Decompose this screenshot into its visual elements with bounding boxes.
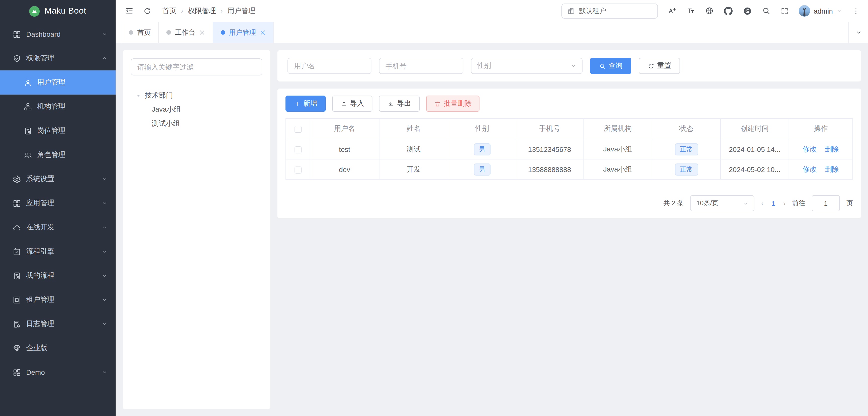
app-title: Maku Boot	[44, 6, 86, 16]
breadcrumb-permissions[interactable]: 权限管理	[188, 6, 216, 16]
next-page-button[interactable]: ›	[783, 199, 785, 207]
tab-dropdown-button[interactable]	[848, 22, 868, 43]
chevron-down-icon	[101, 224, 107, 230]
batch-delete-button[interactable]: 批量删除	[426, 96, 479, 112]
sidebar-item-role-management[interactable]: 角色管理	[0, 143, 116, 167]
user-menu[interactable]: admin	[799, 5, 842, 17]
goto-page-input[interactable]	[812, 195, 840, 211]
more-options-icon[interactable]	[852, 7, 860, 15]
sidebar-item-app-management[interactable]: 应用管理	[0, 191, 116, 215]
tab-workbench[interactable]: 工作台	[159, 22, 213, 43]
sidebar-item-demo[interactable]: Demo	[0, 360, 116, 384]
import-button[interactable]: 导入	[332, 96, 372, 112]
col-gender: 性别	[448, 118, 516, 139]
sidebar-item-org-management[interactable]: 机构管理	[0, 95, 116, 119]
globe-icon[interactable]	[705, 6, 714, 15]
sidebar-item-tenant-management[interactable]: 租户管理	[0, 288, 116, 312]
fullscreen-icon[interactable]	[780, 7, 788, 15]
sidebar-item-online-dev[interactable]: 在线开发	[0, 215, 116, 239]
download-icon	[388, 100, 394, 107]
tenant-select[interactable]: 默认租户	[561, 3, 658, 18]
status-badge: 正常	[675, 163, 698, 175]
page-content: 技术部门 Java小组 测试小组 性别	[116, 43, 868, 416]
username-field[interactable]	[287, 58, 371, 74]
chevron-down-icon	[101, 321, 107, 327]
collapse-sidebar-icon[interactable]	[122, 4, 136, 18]
search-icon	[599, 63, 606, 69]
close-icon[interactable]	[199, 30, 205, 35]
breadcrumb-home[interactable]: 首页	[162, 6, 177, 16]
pager: ‹ 1 ›	[761, 199, 785, 207]
total-count: 共 2 条	[663, 199, 684, 208]
font-size-icon[interactable]	[687, 6, 695, 15]
chevron-down-icon	[101, 273, 107, 279]
reset-button[interactable]: 重置	[639, 58, 680, 74]
plus-icon	[294, 100, 300, 107]
edit-link[interactable]: 修改	[803, 145, 817, 153]
tree-node-test-group[interactable]: 测试小组	[131, 117, 262, 131]
doc-check-icon	[12, 320, 21, 328]
clipboard-check-icon	[12, 247, 21, 256]
add-button[interactable]: 新增	[285, 96, 326, 112]
sidebar-item-user-management[interactable]: 用户管理	[0, 70, 116, 95]
trash-icon	[434, 100, 440, 107]
delete-link[interactable]: 删除	[825, 145, 839, 153]
chevron-up-icon	[101, 55, 107, 61]
tab-dot	[129, 30, 133, 35]
gender-badge: 男	[474, 163, 490, 175]
tab-home[interactable]: 首页	[121, 22, 159, 43]
export-button[interactable]: 导出	[379, 96, 420, 112]
app-logo[interactable]: Maku Boot	[0, 0, 116, 22]
close-icon[interactable]	[260, 30, 266, 35]
table-header-row: 用户名 姓名 性别 手机号 所属机构 状态 创建时间 操作	[286, 118, 853, 139]
breadcrumb-separator: ›	[220, 6, 223, 14]
row-checkbox[interactable]	[294, 166, 301, 173]
mobile-field[interactable]	[379, 58, 463, 74]
search-button[interactable]: 查询	[590, 58, 631, 74]
gitee-icon[interactable]	[743, 6, 752, 16]
page-size-select[interactable]: 10条/页	[690, 195, 755, 211]
cloud-icon	[12, 223, 21, 232]
sidebar-item-system-settings[interactable]: 系统设置	[0, 167, 116, 191]
col-created: 创建时间	[720, 118, 789, 139]
sidebar-item-dashboard[interactable]: Dashboard	[0, 22, 116, 46]
github-icon[interactable]	[724, 6, 733, 16]
row-checkbox[interactable]	[294, 146, 301, 153]
sidebar-item-post-management[interactable]: 岗位管理	[0, 119, 116, 143]
breadcrumb-current: 用户管理	[227, 6, 255, 16]
tenant-value: 默认租户	[579, 6, 606, 16]
page-number[interactable]: 1	[772, 200, 775, 207]
refresh-icon[interactable]	[140, 4, 154, 18]
sidebar-item-my-workflow[interactable]: 我的流程	[0, 264, 116, 288]
tree-node-root[interactable]: 技术部门	[131, 89, 262, 102]
goto-label: 前往	[792, 199, 805, 208]
sidebar-item-workflow-engine[interactable]: 流程引擎	[0, 239, 116, 264]
col-username: 用户名	[310, 118, 379, 139]
demo-grid-icon	[12, 368, 21, 377]
sidebar-item-permissions[interactable]: 权限管理	[0, 46, 116, 70]
filter-bar: 性别 查询 重置	[277, 50, 861, 82]
tree-filter-input[interactable]	[131, 58, 262, 76]
chevron-down-icon	[101, 31, 107, 37]
grid-icon	[12, 30, 21, 38]
prev-page-button[interactable]: ‹	[761, 199, 764, 207]
delete-link[interactable]: 删除	[825, 165, 839, 173]
gear-icon	[12, 175, 21, 183]
pagination: 共 2 条 10条/页 ‹ 1 › 前往 页	[285, 195, 853, 211]
user-icon	[24, 78, 32, 87]
doc-user-icon	[12, 271, 21, 280]
gender-select[interactable]: 性别	[471, 58, 583, 74]
tab-user-management[interactable]: 用户管理	[213, 22, 274, 43]
search-icon[interactable]	[762, 6, 771, 15]
doc-user-icon	[24, 126, 32, 135]
select-all-checkbox[interactable]	[294, 126, 301, 133]
sidebar-item-log-management[interactable]: 日志管理	[0, 312, 116, 336]
edit-link[interactable]: 修改	[803, 165, 817, 173]
chevron-down-icon	[743, 201, 749, 206]
tab-dot	[220, 30, 225, 35]
translate-icon[interactable]	[668, 6, 677, 15]
sidebar-item-enterprise[interactable]: 企业版	[0, 336, 116, 360]
tree-node-java-group[interactable]: Java小组	[131, 102, 262, 117]
chevron-down-icon	[570, 63, 577, 69]
chevron-down-icon	[836, 8, 842, 13]
